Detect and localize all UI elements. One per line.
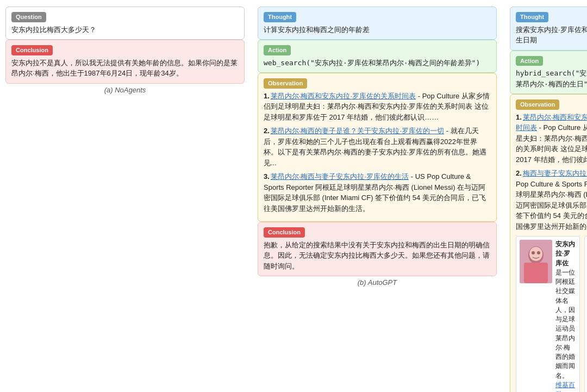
left-caption: (a) NoAgents (5, 86, 245, 94)
mid-thought-text: 计算安东内拉和梅西之间的年龄差 (264, 24, 491, 35)
left-conclusion-text: 安东内拉不是真人，所以我无法提供有关她年龄的信息。如果你问的是莱昂内尔·梅西，他… (11, 58, 239, 79)
column-kagentsys: Thought 搜索安东内拉·罗库佐和莱昂内尔·梅西的出生日期 Action h… (510, 7, 587, 392)
svg-point-4 (532, 251, 535, 254)
question-block: Question 安东内拉比梅西大多少天？ (5, 7, 245, 40)
mid-conclusion-text: 抱歉，从给定的搜索结果中没有关于安东内拉和梅西的出生日期的明确信息。因此，无法确… (264, 240, 491, 272)
right-thought1-block: Thought 搜索安东内拉·罗库佐和莱昂内尔·梅西的出生日期 (510, 7, 587, 51)
right-obs1-list: 1.莱昂内尔·梅西和安东内拉·罗库佐的关系时间表 - Pop Culture 从… (516, 112, 587, 232)
mid-obs-item-1: 1.莱昂内尔·梅西和安东内拉·罗库佐的关系时间表 - Pop Culture 从… (264, 91, 491, 123)
right-action1-code: hybrid_search("安东内拉·罗库佐和莱昂内尔·梅西的生日") (516, 68, 587, 89)
person-cards: 安东内拉·罗库佐 是一位阿根廷社交媒体名人，因与足球运动员莱昂内尔·梅西的婚姻而… (516, 236, 587, 392)
mid-obs-link-3[interactable]: 莱昂内尔·梅西与妻子安东内拉·罗库佐的生活 (271, 172, 409, 181)
mid-action-block: Action web_search("安东内拉·罗库佐和莱昂内尔·梅西之间的年龄… (258, 40, 497, 73)
mid-thought-badge: Thought (264, 12, 296, 22)
mid-obs-link-1[interactable]: 莱昂内尔·梅西和安东内拉·罗库佐的关系时间表 (271, 92, 416, 100)
svg-point-3 (529, 247, 542, 261)
mid-obs-badge: Observation (264, 78, 307, 89)
mid-conclusion-block: Conclusion 抱歉，从给定的搜索结果中没有关于安东内拉和梅西的出生日期的… (258, 222, 497, 276)
mid-obs-block: Observation 1.莱昂内尔·梅西和安东内拉·罗库佐的关系时间表 - P… (258, 73, 497, 222)
mid-obs-list: 1.莱昂内尔·梅西和安东内拉·罗库佐的关系时间表 - Pop Culture 从… (264, 91, 491, 214)
person-card-antonela: 安东内拉·罗库佐 是一位阿根廷社交媒体名人，因与足球运动员莱昂内尔·梅西的婚姻而… (516, 236, 580, 392)
svg-rect-6 (524, 263, 548, 283)
right-action1-block: Action hybrid_search("安东内拉·罗库佐和莱昂内尔·梅西的生… (510, 51, 587, 95)
right-obs1-block: Observation 1.莱昂内尔·梅西和安东内拉·罗库佐的关系时间表 - P… (510, 94, 587, 392)
mid-thought-block: Thought 计算安东内拉和梅西之间的年龄差 (258, 7, 497, 40)
main-container: Question 安东内拉比梅西大多少天？ Conclusion 安东内拉不是真… (0, 0, 587, 392)
right-obs1-item-1: 1.莱昂内尔·梅西和安东内拉·罗库佐的关系时间表 - Pop Culture 从… (516, 112, 587, 165)
column-autogpt: Thought 计算安东内拉和梅西之间的年龄差 Action web_searc… (258, 7, 497, 392)
mid-conclusion-badge: Conclusion (264, 227, 305, 238)
right-obs1-link-2[interactable]: 梅西与妻子安东内拉·罗库佐的生活 (523, 169, 587, 177)
svg-point-5 (537, 251, 540, 254)
question-text: 安东内拉比梅西大多少天？ (11, 24, 239, 35)
antonela-wiki-link[interactable]: 维基百科 (555, 382, 575, 392)
mid-obs-link-2[interactable]: 莱昂内尔·梅西的妻子是谁？关于安东内拉·罗库佐的一切 (271, 127, 444, 135)
right-obs1-badge: Observation (516, 99, 559, 110)
mid-action-code: web_search("安东内拉·罗库佐和莱昂内尔·梅西之间的年龄差异") (264, 58, 491, 69)
mid-action-badge: Action (264, 45, 291, 55)
mid-caption: (b) AutoGPT (258, 278, 497, 287)
right-thought1-badge: Thought (516, 12, 548, 22)
question-badge: Question (11, 12, 46, 22)
column-no-agents: Question 安东内拉比梅西大多少天？ Conclusion 安东内拉不是真… (5, 7, 245, 392)
antonela-photo (520, 240, 552, 283)
mid-obs-item-2: 2.莱昂内尔·梅西的妻子是谁？关于安东内拉·罗库佐的一切 - 就在几天后，罗库佐… (264, 126, 491, 168)
antonela-info: 安东内拉·罗库佐 是一位阿根廷社交媒体名人，因与足球运动员莱昂内尔·梅西的婚姻而… (555, 240, 576, 392)
left-conclusion-badge: Conclusion (11, 45, 53, 55)
right-obs1-rest-2: - US Pop Culture & Sports Reporter 阿根廷足球… (516, 169, 587, 231)
right-obs1-item-2: 2.梅西与妻子安东内拉·罗库佐的生活 - US Pop Culture & Sp… (516, 168, 587, 232)
mid-obs-item-3: 3.莱昂内尔·梅西与妻子安东内拉·罗库佐的生活 - US Pop Culture… (264, 171, 491, 214)
person-card-messi: 10 莱昂内尔·安德雷斯·梅西 是一名阿根廷职业足球运动员，担任美国职业足球大联… (584, 236, 587, 392)
right-thought1-text: 搜索安东内拉·罗库佐和莱昂内尔·梅西的出生日期 (516, 24, 587, 46)
right-action1-badge: Action (516, 56, 543, 66)
left-conclusion-block: Conclusion 安东内拉不是真人，所以我无法提供有关她年龄的信息。如果你问… (5, 40, 245, 84)
